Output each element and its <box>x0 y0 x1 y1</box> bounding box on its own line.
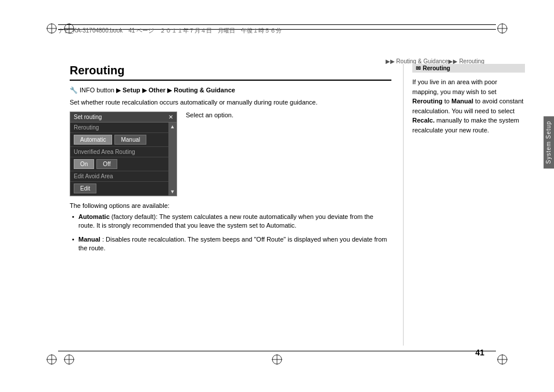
rerouting-buttons: Automatic Manual <box>70 133 168 147</box>
option-manual-term: Manual <box>78 236 100 243</box>
reg-mark-bottom-left2 <box>63 353 75 368</box>
scroll-up-arrow: ▲ <box>170 124 175 130</box>
sidebar-body: If you live in an area with poor mapping… <box>412 77 525 135</box>
option-automatic-detail: (factory default): The system calculates… <box>78 213 373 229</box>
ui-mockup-inner: Rerouting Automatic Manual Unverified Ar… <box>70 123 177 196</box>
avoid-area-label: Edit Avoid Area <box>70 171 168 182</box>
btn-edit[interactable]: Edit <box>74 184 96 193</box>
ui-mockup-header: Set routing ✕ <box>70 112 177 123</box>
right-sidebar: ✉ Rerouting If you live in an area with … <box>403 64 525 346</box>
nav-path-text: INFO button ▶ Setup ▶ Other ▶ Routing & … <box>80 87 235 94</box>
reg-mark-top-left <box>45 22 58 37</box>
ui-mockup-close: ✕ <box>168 114 173 120</box>
edit-buttons: Edit <box>70 182 168 196</box>
header-bar: ナビ_KA-31704800.book 41 ページ ２０１１年７月４日 月曜日… <box>58 24 496 35</box>
ui-mockup-rows: Rerouting Automatic Manual Unverified Ar… <box>70 123 177 196</box>
rerouting-label: Rerouting <box>70 123 168 133</box>
nav-icon: 🔧 <box>70 87 78 94</box>
options-section: The following options are available: Aut… <box>70 202 391 253</box>
ui-mockup: Set routing ✕ Rerouting Automatic Manual… <box>70 112 177 196</box>
option-automatic-term: Automatic <box>78 213 110 220</box>
bottom-border <box>58 351 496 351</box>
ui-mockup-title: Set routing <box>74 114 102 120</box>
btn-automatic[interactable]: Automatic <box>74 135 112 145</box>
option-manual-detail: : Disables route recalculation. The syst… <box>78 236 387 251</box>
scroll-down-arrow: ▼ <box>170 189 175 195</box>
sidebar-heading-text: Rerouting <box>423 65 450 71</box>
section-title: Rerouting <box>70 64 391 81</box>
unverified-buttons: On Off <box>70 157 168 171</box>
option-manual: Manual : Disables route recalculation. T… <box>70 235 391 253</box>
page-number: 41 <box>475 348 484 357</box>
reg-mark-bottom-left <box>45 353 58 368</box>
unverified-label: Unverified Area Routing <box>70 147 168 157</box>
sidebar-heading: ✉ Rerouting <box>412 64 525 73</box>
btn-manual[interactable]: Manual <box>114 135 146 145</box>
reg-mark-bottom-center <box>271 353 283 368</box>
options-intro: The following options are available: <box>70 202 391 209</box>
main-content: Rerouting 🔧 INFO button ▶ Setup ▶ Other … <box>70 64 391 346</box>
mockup-scrollbar: ▲ ▼ <box>168 123 177 196</box>
reg-mark-top-right <box>496 22 509 37</box>
reg-mark-bottom-right <box>496 353 509 368</box>
nav-path: 🔧 INFO button ▶ Setup ▶ Other ▶ Routing … <box>70 87 391 94</box>
japanese-header-text: ナビ_KA-31704800.book 41 ページ ２０１１年７月４日 月曜日… <box>58 27 282 35</box>
description: Set whether route recalculation occurs a… <box>70 99 391 106</box>
btn-off[interactable]: Off <box>96 159 117 169</box>
system-setup-tab: System Setup <box>544 116 554 168</box>
sidebar-icon: ✉ <box>416 65 420 71</box>
btn-on[interactable]: On <box>74 159 94 169</box>
option-automatic: Automatic (factory default): The system … <box>70 213 391 231</box>
